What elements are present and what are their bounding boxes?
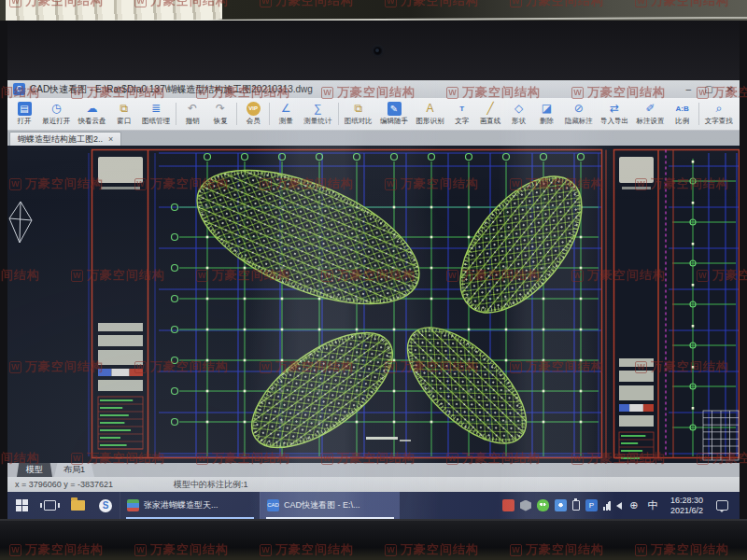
toolbar-button-measure[interactable]: ∠测量 — [272, 99, 300, 130]
title-bar: C CAD快速看图 - E:\Rar$DIa0.137\蝴蝶造型结构施工图202… — [7, 80, 740, 98]
ime-indicator[interactable]: 中 — [646, 499, 659, 512]
toolbar-button-redo[interactable]: ↷恢复 — [206, 99, 234, 130]
toolbar-label-undo: 撤销 — [186, 117, 200, 126]
toolbar-label-edit-sketch: 编辑随手 — [380, 117, 408, 126]
draw-line-icon: ╱ — [486, 102, 493, 116]
cad-canvas[interactable]: 激活 Windows 转到“设置”以激活 Windows。 — [7, 146, 740, 463]
toolbar-button-drawing-compare[interactable]: ⧉图纸对比 — [341, 99, 376, 130]
toolbar-label-redo: 恢复 — [214, 117, 228, 126]
start-button[interactable] — [7, 492, 35, 519]
toolbar-label-measure: 测量 — [279, 117, 293, 126]
drawing-manager-icon: ≣ — [151, 102, 161, 116]
toolbar-separator — [269, 103, 270, 125]
flag-app-icon[interactable]: P — [585, 499, 598, 511]
toolbar-label-erase: 删除 — [540, 117, 554, 126]
folder-icon — [71, 500, 85, 511]
toolbar-button-erase[interactable]: ◪删除 — [533, 99, 561, 130]
taskbar-clock[interactable]: 16:28:30 2021/6/2 — [665, 496, 709, 516]
toolbar-label-text: 文字 — [455, 117, 469, 126]
toolbar-label-shape: 形状 — [512, 117, 526, 126]
action-center-icon[interactable] — [716, 500, 728, 511]
undo-icon: ↶ — [188, 102, 197, 116]
toolbar-button-shape-recognize[interactable]: A图形识别 — [412, 99, 447, 130]
annotation-scale-note: 模型中的标注比例:1 — [174, 479, 248, 491]
file-explorer-button[interactable] — [63, 492, 92, 519]
sogou-browser-button[interactable]: S — [92, 492, 120, 519]
red-app-icon[interactable] — [502, 499, 514, 511]
close-button[interactable]: ✕ — [726, 84, 734, 94]
toolbar-label-annotation-settings: 标注设置 — [636, 117, 664, 126]
document-tab[interactable]: 蝴蝶造型结构施工图2.. × — [9, 132, 121, 146]
toolbar-button-drawing-manager[interactable]: ≣图纸管理 — [138, 99, 174, 130]
tab-layout1[interactable]: 布局1 — [54, 463, 94, 477]
app-icon: C — [13, 83, 25, 95]
toolbar-label-shape-recognize: 图形识别 — [416, 117, 444, 126]
toolbar-button-edit-sketch[interactable]: ✎编辑随手 — [376, 99, 412, 130]
recent-open-icon: ◷ — [51, 102, 61, 116]
toolbar-button-annotation-settings[interactable]: ✐标注设置 — [632, 99, 668, 130]
toolbar-button-text-search[interactable]: ⌕文字查找 — [701, 99, 737, 130]
cad-window-icon: CAD — [267, 499, 279, 511]
toolbar-button-vip-member[interactable]: VIP会员 — [239, 99, 267, 130]
taskbar-app-doc-window[interactable]: 张家港蝴蝶造型天... — [120, 492, 260, 519]
usb-device-icon[interactable] — [572, 500, 580, 511]
toolbar-button-recent-open[interactable]: ◷最近打开 — [38, 99, 74, 130]
toolbar-button-draw-line[interactable]: ╱画直线 — [476, 99, 505, 130]
windows-taskbar: S 张家港蝴蝶造型天...CADCAD快速看图 - E:\... P⊕ 中 16… — [7, 492, 740, 519]
toolbar-separator — [698, 103, 699, 125]
toolbar-label-import-export: 导入导出 — [600, 117, 628, 126]
shape-icon: ◇ — [514, 102, 523, 116]
toolbar-button-measure-stats[interactable]: ∑测量统计 — [300, 99, 335, 130]
message-app-icon[interactable] — [555, 499, 567, 511]
task-view-button[interactable] — [35, 492, 63, 519]
toolbar-label-text-search: 文字查找 — [705, 117, 733, 126]
toolbar-button-cloud-disk[interactable]: ☁快看云盘 — [74, 99, 109, 130]
toolbar-button-undo[interactable]: ↶撤销 — [178, 99, 206, 130]
wechat-icon[interactable] — [537, 499, 549, 511]
toolbar-label-open: 打开 — [18, 117, 32, 126]
toolbar-button-window[interactable]: ⧉窗口 — [110, 99, 138, 130]
toolbar: ▤打开◷最近打开☁快看云盘⧉窗口≣图纸管理↶撤销↷恢复VIP会员∠测量∑测量统计… — [7, 98, 740, 131]
laptop-screen: C CAD快速看图 - E:\Rar$DIa0.137\蝴蝶造型结构施工图202… — [7, 80, 740, 519]
status-bar: x = 3796060 y = -3837621 模型中的标注比例:1 — [7, 477, 740, 492]
text-icon: T — [459, 102, 464, 116]
network-globe-icon[interactable]: ⊕ — [627, 499, 641, 512]
minimize-button[interactable]: – — [686, 84, 692, 94]
edit-sketch-icon: ✎ — [388, 102, 402, 116]
tab-model[interactable]: 模型 — [17, 463, 52, 477]
toolbar-button-open[interactable]: ▤打开 — [10, 99, 38, 130]
speaker-icon[interactable] — [616, 502, 622, 510]
toolbar-button-text[interactable]: T文字 — [448, 99, 476, 130]
drawing-compare-icon: ⧉ — [354, 102, 362, 116]
hexagon-app-icon[interactable] — [520, 500, 531, 511]
taskbar-app-cad-window[interactable]: CADCAD快速看图 - E:\... — [260, 492, 400, 519]
model-layout-tabs: 模型 布局1 — [7, 463, 740, 477]
toolbar-label-drawing-compare: 图纸对比 — [345, 117, 373, 126]
open-icon: ▤ — [18, 102, 32, 116]
toolbar-button-hide-annotation[interactable]: ⊘隐藏标注 — [561, 99, 597, 130]
toolbar-button-shape[interactable]: ◇形状 — [505, 99, 533, 130]
tab-close-icon[interactable]: × — [108, 134, 113, 144]
erase-icon: ◪ — [542, 102, 552, 116]
maximize-button[interactable]: ▢ — [704, 84, 712, 94]
window-icon: ⧉ — [120, 102, 128, 116]
toolbar-label-draw-line: 画直线 — [480, 117, 501, 126]
clock-date: 2021/6/2 — [670, 506, 703, 516]
measure-icon: ∠ — [281, 102, 291, 116]
webcam — [373, 46, 383, 56]
toolbar-label-vip-member: 会员 — [247, 117, 261, 126]
cursor-coordinates: x = 3796060 y = -3837621 — [15, 480, 164, 489]
app-active-underline — [126, 517, 254, 519]
toolbar-separator — [338, 103, 339, 125]
toolbar-label-measure-stats: 测量统计 — [303, 117, 331, 126]
system-tray: P⊕ 中 16:28:30 2021/6/2 — [497, 492, 740, 519]
taskbar-app-label: 张家港蝴蝶造型天... — [144, 499, 218, 511]
toolbar-separator — [176, 103, 176, 125]
toolbar-button-scale[interactable]: A:B比例 — [669, 99, 697, 130]
measure-stats-icon: ∑ — [314, 102, 322, 116]
cad-drawing[interactable] — [7, 146, 740, 463]
laptop-left-bezel — [0, 21, 7, 519]
toolbar-button-import-export[interactable]: ⇄导入导出 — [597, 99, 632, 130]
redo-icon: ↷ — [216, 102, 225, 116]
hide-annotation-icon: ⊘ — [574, 102, 584, 116]
